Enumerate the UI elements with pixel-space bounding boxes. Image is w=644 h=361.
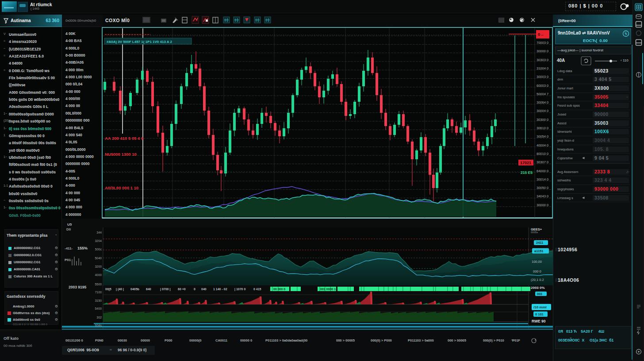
svg-text:NU5000 1300 10: NU5000 1300 10 [105, 152, 137, 157]
svg-text:30000 0: 30000 0 [537, 203, 548, 207]
svg-text:30307 0: 30307 0 [537, 160, 548, 164]
svg-text:30004 0: 30004 0 [537, 109, 548, 113]
svg-text:30303 0: 30303 0 [537, 58, 548, 62]
svg-text:30003 0: 30003 0 [537, 75, 548, 79]
svg-text:60003 0: 60003 0 [537, 84, 548, 88]
svg-text:70003 0: 70003 0 [537, 41, 548, 45]
svg-text:215 E5: 215 E5 [521, 170, 533, 175]
svg-text:#A0A) 3V 500F L457 1( 1P1 1V0: #A0A) 3V 500F L457 1( 1P1 1V0 413 A 2 [107, 40, 172, 44]
svg-text:31004 0: 31004 0 [537, 66, 548, 70]
svg-text:17021: 17021 [520, 161, 531, 165]
svg-text:64000 0: 64000 0 [537, 169, 548, 173]
svg-text:30000 0: 30000 0 [537, 49, 548, 53]
svg-text:30050 0: 30050 0 [537, 186, 548, 190]
svg-text:A0/3L00 000 1 10: A0/3L00 000 1 10 [105, 185, 138, 190]
svg-text:30064 0: 30064 0 [537, 100, 548, 104]
svg-text:40004 0: 40004 0 [537, 143, 548, 147]
svg-text:30610 0: 30610 0 [537, 126, 548, 130]
svg-text:0→: 0→ [538, 32, 544, 37]
svg-text:30300 0: 30300 0 [537, 118, 548, 122]
svg-text:AA 200 410 5 05 4 0: AA 200 410 5 05 4 0 [105, 136, 143, 141]
svg-text:34043 0: 34043 0 [537, 194, 548, 198]
svg-text:30014 0: 30014 0 [537, 177, 548, 181]
svg-text:30054 0: 30054 0 [537, 134, 548, 138]
svg-text:80010 0: 80010 0 [537, 152, 548, 156]
svg-text:50004 7: 50004 7 [537, 92, 548, 96]
